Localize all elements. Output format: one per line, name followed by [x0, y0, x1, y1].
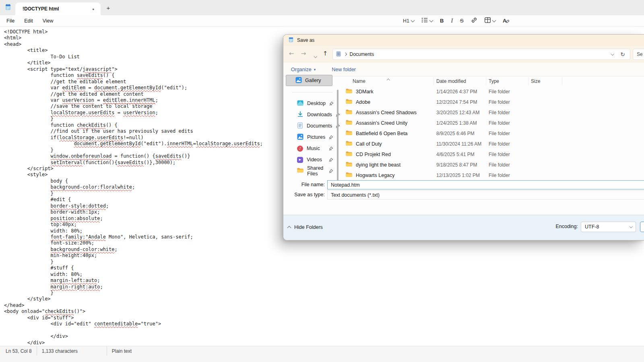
strikethrough-button[interactable]: S [456, 16, 467, 26]
file-row[interactable]: dying light the beast 9/18/2025 8:47 PM … [341, 160, 644, 170]
heading-style-dropdown[interactable]: H1 [399, 16, 418, 26]
list-style-dropdown[interactable] [418, 16, 436, 26]
save-as-dialog: Save as ← → ↑ Documents ↻ Se [283, 34, 644, 241]
dialog-body: Gallery Desktop Downloads [283, 76, 644, 181]
shared-folder-icon [297, 168, 303, 174]
pin-icon[interactable] [329, 146, 333, 151]
file-row[interactable]: Battlefield 6 Open Beta 8/9/2025 6:46 PM… [341, 128, 644, 139]
file-row[interactable]: Hogwarts Legacy 12/13/2025 1:02 PM File … [341, 170, 644, 181]
pin-icon[interactable] [329, 101, 334, 106]
folder-icon [346, 172, 352, 179]
file-name-input[interactable]: Notepad.htm [327, 180, 644, 189]
table-dropdown[interactable] [481, 16, 499, 26]
chevron-down-icon [629, 225, 632, 228]
up-button[interactable]: ↑ [320, 50, 330, 57]
address-bar[interactable]: Documents ↻ [332, 49, 630, 60]
folder-icon [346, 109, 352, 116]
notepad-app-icon [5, 4, 11, 10]
sidebar-item-desktop[interactable]: Desktop [286, 98, 335, 109]
notepad-app-icon [288, 37, 294, 44]
file-row[interactable]: 3DMark 1/14/2026 4:37 PM File folder [341, 86, 644, 97]
bullet-list-icon [421, 17, 428, 24]
address-dropdown-icon[interactable] [611, 52, 614, 56]
encoding-select[interactable]: UTF-8 [581, 222, 636, 232]
sidebar-item-documents[interactable]: Documents [286, 120, 335, 132]
pin-icon[interactable] [329, 135, 333, 140]
bold-button[interactable]: B [436, 16, 447, 26]
sort-ascending-icon [387, 79, 390, 82]
sidebar-item-gallery[interactable]: Gallery [286, 75, 332, 86]
save-button[interactable] [640, 222, 644, 232]
encoding-label: Encoding: [538, 224, 578, 229]
tab-doctype-html[interactable]: !DOCTYPE html • [15, 2, 101, 15]
pin-icon[interactable] [329, 169, 333, 173]
chevron-down-icon [411, 18, 415, 22]
file-row[interactable]: Assassin's Creed Shadows 3/20/2025 12:43… [341, 107, 644, 118]
format-toolbar: H1 B I S A [399, 15, 513, 26]
chevron-down-icon [314, 54, 317, 58]
table-icon [485, 17, 491, 24]
column-header-size[interactable]: Size [531, 76, 540, 86]
menu-bar: File Edit View [0, 15, 644, 27]
dialog-navigation-bar: ← → ↑ Documents ↻ Se [283, 46, 644, 63]
save-as-type-select[interactable]: Text documents (*.txt) [327, 190, 644, 200]
sidebar-item-pictures[interactable]: Pictures [286, 132, 335, 143]
unsaved-indicator-dot: • [92, 6, 94, 12]
new-tab-button[interactable]: + [104, 4, 113, 12]
link-icon [471, 17, 477, 25]
chevron-down-icon [429, 18, 433, 22]
folder-icon [346, 99, 352, 105]
recent-locations-button[interactable] [311, 51, 320, 59]
file-row[interactable]: CD Projekt Red 4/6/2025 5:41 PM File fol… [341, 149, 644, 160]
folder-icon [346, 88, 352, 95]
link-button[interactable] [467, 16, 481, 26]
clear-formatting-button[interactable]: A [499, 16, 513, 26]
pin-icon[interactable] [329, 158, 333, 162]
status-row: Ln 53, Col 8 1,133 characters Plain text [0, 346, 644, 356]
sidebar-item-videos[interactable]: ▶ Videos [286, 154, 335, 165]
back-button[interactable]: ← [287, 50, 296, 57]
sidebar-scrollbar[interactable] [337, 90, 339, 181]
documents-icon [297, 122, 303, 130]
sidebar-item-downloads[interactable]: Downloads [286, 109, 335, 120]
folder-icon [346, 151, 352, 158]
chevron-up-icon [287, 226, 291, 230]
column-divider [528, 77, 528, 85]
desktop-icon [297, 100, 303, 107]
italic-button[interactable]: I [447, 16, 456, 26]
column-header-name[interactable]: Name [353, 76, 365, 86]
document-format: Plain text [107, 346, 132, 356]
forward-button[interactable]: → [299, 50, 308, 57]
column-divider [433, 77, 434, 85]
sidebar-item-music[interactable]: ♪ Music [286, 143, 335, 154]
column-header-type[interactable]: Type [489, 76, 499, 86]
dialog-footer: Hide Folders Encoding: UTF-8 [283, 215, 644, 240]
tab-bar: !DOCTYPE html • + [0, 0, 644, 15]
organize-dropdown[interactable]: Organize ▾ [291, 67, 316, 72]
column-divider [486, 77, 486, 85]
file-name-label: File name: [283, 180, 325, 189]
hide-folders-button[interactable]: Hide Folders [288, 224, 323, 230]
sidebar-item-shared-files[interactable]: Shared Files [286, 165, 335, 177]
menu-file[interactable]: File [2, 16, 19, 25]
file-row[interactable]: Adobe 12/2/2024 7:54 PM File folder [341, 97, 644, 107]
menu-edit[interactable]: Edit [19, 16, 38, 25]
videos-icon: ▶ [297, 157, 303, 163]
breadcrumb-location[interactable]: Documents [350, 51, 374, 57]
file-row[interactable]: Call of Duty 11/30/2024 11:26 AM File fo… [341, 139, 644, 149]
breadcrumb-separator-icon [344, 53, 347, 56]
new-folder-button[interactable]: New folder [332, 67, 356, 72]
column-header-date[interactable]: Date modified [436, 76, 466, 86]
folder-icon [346, 130, 352, 137]
folder-icon [346, 141, 352, 147]
file-row[interactable]: Assassin's Creed Unity 1/24/2025 1:38 AM… [341, 118, 644, 128]
dialog-title: Save as [297, 37, 314, 43]
search-input[interactable]: Se [633, 49, 644, 60]
column-divider [562, 77, 562, 85]
menu-view[interactable]: View [38, 16, 58, 25]
caret-down-icon: ▾ [314, 68, 316, 72]
character-count: 1,133 characters [37, 346, 107, 356]
refresh-icon[interactable]: ↻ [620, 51, 625, 58]
status-bar: Ln 53, Col 8 1,133 characters Plain text [0, 346, 644, 362]
tab-title: !DOCTYPE html [23, 6, 59, 12]
